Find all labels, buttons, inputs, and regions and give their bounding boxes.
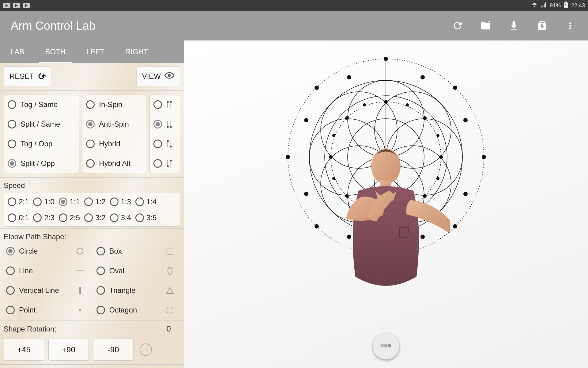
refresh-icon[interactable]: [452, 20, 463, 31]
view-button[interactable]: VIEW: [136, 66, 180, 86]
download-icon[interactable]: [508, 20, 519, 31]
elbow-shape-panel: Circle Line Vertical Line Point: [0, 242, 184, 319]
symbol-panel: [149, 95, 180, 173]
youtube-icon: [13, 3, 20, 8]
spin-anti[interactable]: Anti-Spin: [86, 118, 142, 130]
status-right: 91% 22:43: [531, 2, 585, 10]
svg-rect-1: [565, 2, 567, 2]
spin-in[interactable]: In-Spin: [86, 98, 142, 111]
spin-hybrid[interactable]: Hybrid: [86, 138, 142, 150]
svg-point-11: [170, 126, 172, 128]
folder-open-icon[interactable]: [480, 20, 491, 31]
svg-point-67: [345, 116, 349, 120]
svg-point-19: [170, 160, 172, 162]
svg-point-14: [167, 140, 169, 142]
svg-point-66: [423, 116, 427, 120]
shape-box[interactable]: Box: [94, 245, 180, 258]
svg-point-56: [463, 118, 468, 122]
fab-play-button[interactable]: [373, 333, 399, 359]
sync-split-opp[interactable]: Split / Opp: [8, 157, 75, 170]
svg-point-70: [406, 103, 409, 106]
shape-oval[interactable]: Oval: [94, 264, 180, 277]
speed-3-4[interactable]: 3:4: [110, 213, 131, 222]
status-left: ...: [3, 2, 37, 9]
shape-circle[interactable]: Circle: [4, 245, 90, 258]
svg-point-59: [304, 192, 308, 196]
vertical-line-icon: [75, 286, 85, 295]
tab-both[interactable]: BOTH: [35, 40, 76, 63]
svg-point-54: [420, 75, 425, 79]
svg-point-85: [388, 344, 391, 347]
shape-triangle[interactable]: Triangle: [94, 284, 180, 297]
spin-hybrid-alt[interactable]: Hybrid Alt: [86, 157, 142, 170]
svg-marker-29: [167, 287, 173, 293]
svg-point-22: [77, 248, 83, 254]
shape-octagon[interactable]: Octagon: [94, 304, 180, 316]
svg-point-53: [315, 224, 319, 228]
triangle-icon: [165, 286, 175, 295]
speed-2-1[interactable]: 2:1: [8, 197, 29, 206]
rot-plus-45-button[interactable]: +45: [4, 339, 44, 361]
sync-tog-opp[interactable]: Tog / Opp: [8, 138, 75, 150]
rotation-value: 0: [62, 324, 180, 334]
svg-point-3: [569, 25, 571, 27]
symbol-opt-1[interactable]: [153, 98, 176, 111]
speed-1-2[interactable]: 1:2: [84, 197, 105, 206]
tab-right[interactable]: RIGHT: [115, 40, 159, 63]
speed-controls-header[interactable]: Speed Controls ▾: [0, 366, 184, 368]
tab-lab[interactable]: LAB: [0, 40, 35, 63]
person-figure: [322, 145, 450, 304]
speed-1-0[interactable]: 1:0: [33, 197, 54, 206]
rot-minus-90-button[interactable]: -90: [93, 339, 134, 361]
speed-3-2[interactable]: 3:2: [84, 213, 105, 222]
shape-vertical-line[interactable]: Vertical Line: [4, 284, 90, 297]
speed-2-5[interactable]: 2:5: [59, 213, 80, 222]
eye-icon: [164, 71, 174, 81]
sync-split-same[interactable]: Split / Same: [8, 118, 75, 130]
main-view[interactable]: [184, 40, 588, 368]
battery-percent: 91%: [550, 2, 561, 9]
speed-1-1[interactable]: 1:1: [59, 197, 80, 206]
svg-point-5: [168, 74, 171, 77]
app-title: Arm Control Lab: [11, 19, 452, 33]
signal-icon: [541, 2, 547, 10]
speed-0-1[interactable]: 0:1: [8, 213, 29, 222]
speed-1-4[interactable]: 1:4: [135, 197, 156, 206]
circle-icon: [75, 247, 85, 256]
svg-point-46: [384, 57, 388, 61]
rot-plus-90-button[interactable]: +90: [48, 339, 89, 361]
svg-point-26: [79, 309, 81, 311]
youtube-icon: [23, 3, 30, 8]
svg-point-83: [380, 344, 384, 347]
svg-point-58: [463, 192, 468, 196]
symbol-opt-4[interactable]: [153, 157, 176, 170]
shape-line[interactable]: Line: [4, 264, 90, 277]
shape-point[interactable]: Point: [4, 304, 90, 316]
sync-tog-same[interactable]: Tog / Same: [8, 98, 75, 111]
play-indicator-icon: [380, 343, 392, 350]
svg-marker-30: [167, 307, 173, 313]
svg-point-78: [371, 148, 401, 184]
more-vert-icon[interactable]: [565, 20, 576, 31]
sidebar: LAB BOTH LEFT RIGHT RESET ↻ VIEW Tog / S…: [0, 40, 184, 368]
reset-icon: ↻: [35, 70, 48, 83]
clipboard-export-icon[interactable]: [537, 20, 548, 31]
elbow-label: Elbow Path Shape:: [0, 230, 184, 242]
symbol-opt-2[interactable]: [153, 118, 176, 130]
speed-2-3[interactable]: 2:3: [33, 213, 54, 222]
svg-point-28: [168, 267, 172, 274]
view-label: VIEW: [142, 72, 161, 81]
spin-panel: In-Spin Anti-Spin Hybrid Hybrid Alt: [82, 95, 146, 173]
speed-1-3[interactable]: 1:3: [110, 197, 131, 206]
svg-point-49: [286, 155, 290, 159]
svg-point-51: [315, 86, 319, 90]
reset-button[interactable]: RESET ↻: [4, 66, 51, 86]
oval-icon: [165, 266, 175, 275]
svg-point-7: [170, 101, 172, 103]
speed-3-5[interactable]: 3:5: [135, 213, 156, 222]
symbol-opt-3[interactable]: [153, 138, 176, 150]
svg-point-2: [569, 22, 571, 24]
symbol-icon-3: [166, 140, 172, 148]
tab-left[interactable]: LEFT: [76, 40, 115, 63]
tab-bar: LAB BOTH LEFT RIGHT: [0, 40, 184, 63]
